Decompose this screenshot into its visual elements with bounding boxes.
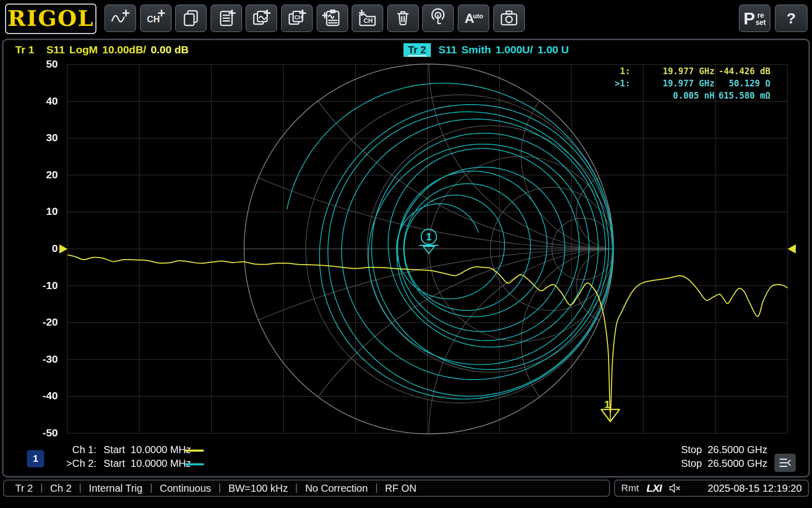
y-axis-label: -30	[28, 353, 58, 365]
table-add-icon	[216, 8, 236, 29]
trace-add-icon	[110, 8, 130, 29]
marker-readout-row: 0.005 nH615.580 mΩ	[588, 89, 770, 102]
status-bar-right: Rmt LXI 2025-08-15 12:19:20	[614, 480, 809, 497]
svg-text:uto: uto	[473, 12, 483, 20]
marker-id	[588, 89, 630, 102]
y-axis-label: -50	[28, 427, 58, 439]
trace1-ref: 0.00 dB	[151, 44, 189, 55]
channel-info-row: >Ch 2:Start 10.0000 MHzStop 26.5000 GHz	[0, 458, 812, 471]
measurement-table-button[interactable]	[211, 5, 242, 32]
trace1-settings[interactable]: Tr 1S11LogM10.00dB/0.00 dB	[15, 44, 193, 56]
svg-text:CH: CH	[294, 14, 302, 20]
trace1-label: Tr 1	[15, 44, 34, 55]
status-divider	[296, 484, 297, 493]
preset-button[interactable]: P reset	[739, 5, 770, 32]
trace2-measure: S11	[438, 44, 457, 55]
screenshot-button[interactable]	[493, 5, 525, 32]
status-bw-100-khz[interactable]: BW=100 kHz	[228, 483, 288, 494]
status-divider	[80, 484, 81, 493]
marker-id: >1:	[588, 77, 630, 89]
marker-freq: 19.977 GHz	[630, 77, 715, 89]
marker-val: 615.580 mΩ	[715, 89, 770, 102]
ch2-label: >Ch 2:	[53, 458, 96, 469]
status-divider	[219, 484, 220, 493]
collapse-menu-icon	[779, 457, 792, 468]
toolbar: RIGOL CHCHCHAuto P reset ?	[0, 0, 812, 38]
marker-id: 1:	[588, 65, 630, 77]
y-axis-label: -10	[28, 279, 58, 292]
display-frame	[2, 39, 810, 478]
clip-wave-icon	[322, 8, 343, 29]
pages-ch-icon: CH	[287, 8, 307, 29]
ch2-trace-swatch	[185, 463, 204, 465]
trace-pages-button[interactable]	[246, 5, 277, 32]
channel-pages-button[interactable]: CH	[281, 5, 313, 32]
status-divider	[41, 484, 42, 493]
camera-icon	[499, 8, 519, 29]
status-rf-on[interactable]: RF ON	[385, 483, 417, 494]
status-ch-2[interactable]: Ch 2	[50, 483, 72, 494]
ch2-start: Start 10.0000 MHz	[104, 458, 191, 469]
y-axis-label: -40	[28, 390, 58, 402]
marker-readout-row: 1:19.977 GHz-44.426 dB	[588, 65, 770, 77]
trash-icon	[393, 8, 413, 29]
help-icon: ?	[787, 10, 796, 27]
setup-list-button[interactable]	[317, 5, 348, 32]
status-internal-trig[interactable]: Internal Trig	[89, 483, 143, 494]
ch1-label: Ch 1:	[53, 444, 96, 456]
trace2-selector[interactable]: Tr 2	[403, 43, 431, 57]
channel-info-row: Ch 1:Start 10.0000 MHzStop 26.5000 GHz	[0, 444, 812, 458]
ch1-trace-swatch	[185, 450, 204, 452]
auto-scale-button[interactable]: Auto	[458, 5, 489, 32]
copy-button[interactable]	[175, 5, 207, 32]
y-axis-label: 10	[28, 205, 58, 217]
rigol-logo: RIGOL	[5, 4, 96, 34]
trace2-format: Smith	[461, 44, 491, 55]
status-continuous[interactable]: Continuous	[160, 483, 211, 494]
trace1-format: LogM	[70, 44, 98, 55]
trace1-scale: 10.00dB/	[103, 44, 146, 55]
svg-text:CH: CH	[147, 14, 159, 24]
status-bar: Tr 2Ch 2Internal TrigContinuousBW=100 kH…	[3, 480, 610, 497]
copy-icon	[181, 8, 201, 29]
delete-button[interactable]	[387, 5, 419, 32]
status-tr-2[interactable]: Tr 2	[15, 483, 33, 494]
marker-readout: 1:19.977 GHz-44.426 dB>1:19.977 GHz50.12…	[588, 65, 770, 102]
touch-toggle-button[interactable]	[422, 5, 454, 32]
trace1-measure: S11	[46, 44, 64, 55]
channel-setup-button[interactable]: CH	[352, 5, 383, 32]
preset-label-big: P	[743, 11, 755, 26]
marker-val: 50.129 Ω	[715, 77, 770, 89]
help-button[interactable]: ?	[775, 5, 807, 32]
status-divider	[151, 484, 152, 493]
folder-ch-icon: CH	[357, 8, 378, 29]
pages-wave-icon	[251, 8, 272, 29]
lxi-indicator: LXI	[647, 482, 662, 494]
ch1-start: Start 10.0000 MHz	[104, 444, 191, 456]
status-divider	[376, 484, 377, 493]
collapse-menu-button[interactable]	[774, 454, 796, 472]
y-axis-label: -20	[28, 316, 58, 328]
marker-val: -44.426 dB	[715, 65, 770, 77]
y-axis-label: 30	[28, 132, 58, 144]
mute-icon[interactable]	[668, 483, 681, 493]
trace2-settings[interactable]: S11Smith1.000U/1.00 U	[438, 44, 573, 56]
remote-indicator: Rmt	[621, 483, 639, 494]
svg-text:CH: CH	[364, 17, 373, 24]
trace2-label: Tr 2	[408, 44, 426, 56]
add-trace-button[interactable]	[105, 5, 136, 32]
y-axis-label: 40	[28, 95, 58, 107]
y-axis-label: 50	[28, 58, 58, 70]
touch-icon	[428, 8, 448, 29]
datetime: 2025-08-15 12:19:20	[707, 483, 802, 494]
add-channel-button[interactable]: CH	[140, 5, 172, 32]
marker-freq: 19.977 GHz	[630, 65, 715, 77]
preset-label-small: reset	[756, 12, 766, 26]
trace2-ref: 1.00 U	[537, 44, 569, 55]
marker-readout-row: >1:19.977 GHz50.129 Ω	[588, 77, 770, 89]
ch2-stop: Stop 26.5000 GHz	[664, 458, 767, 469]
ch-add-icon: CH	[146, 8, 166, 29]
trace2-scale: 1.000U/	[496, 44, 533, 55]
status-no-correction[interactable]: No Correction	[305, 483, 367, 494]
y-axis-label: 0	[28, 242, 58, 255]
